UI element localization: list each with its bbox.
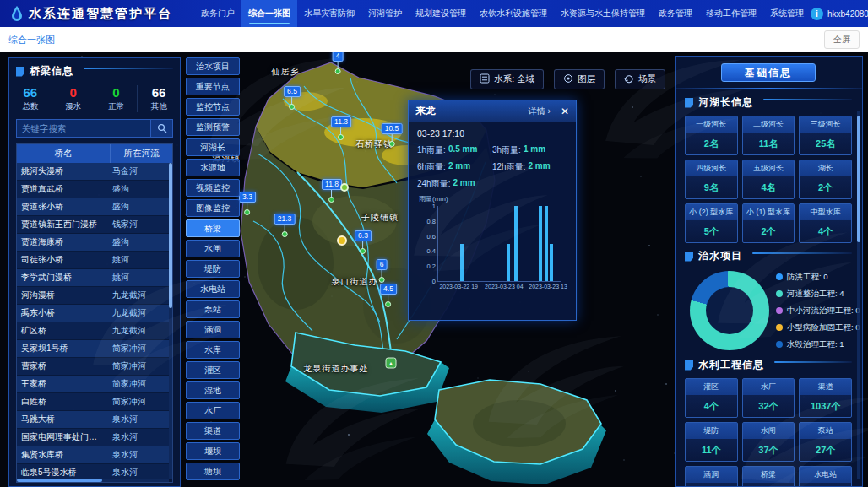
user-menu[interactable]: i hkxb42080261 ∨ [811, 8, 868, 20]
search-button[interactable] [151, 119, 173, 138]
info-card-二级河长[interactable]: 二级河长11名 [742, 116, 795, 155]
layer-item-塘坝[interactable]: 塘坝 [186, 463, 240, 480]
station-marker[interactable]: 4 [333, 51, 344, 74]
nav-item-系统管理[interactable]: 系统管理 [763, 0, 811, 27]
alert-poi-icon[interactable] [337, 235, 347, 246]
layer-item-涵洞[interactable]: 涵洞 [186, 321, 240, 338]
table-row[interactable]: 禹东小桥九龙截河 [17, 305, 169, 322]
nav-item-农饮水利设施管理[interactable]: 农饮水利设施管理 [473, 0, 554, 27]
nav-item-规划建设管理[interactable]: 规划建设管理 [409, 0, 473, 27]
info-card-五级河长[interactable]: 五级河长4名 [742, 160, 795, 199]
station-poi-icon[interactable] [340, 183, 349, 192]
table-horizontal-scrollbar[interactable] [17, 479, 169, 482]
metric-value: 1 mm [524, 144, 545, 156]
layer-item-堰坝[interactable]: 堰坝 [186, 442, 240, 460]
info-card-小 (1) 型水库[interactable]: 小 (1) 型水库2个 [742, 203, 795, 243]
info-card-涵洞[interactable]: 涵洞47个 [685, 466, 738, 487]
table-row[interactable]: 矿区桥九龙截河 [17, 322, 169, 340]
nav-item-综合一张图[interactable]: 综合一张图 [241, 0, 297, 27]
table-row[interactable]: 马跳大桥泉水河 [17, 411, 169, 429]
info-card-水厂[interactable]: 水厂32个 [742, 378, 795, 418]
breadcrumb[interactable]: 综合一张图 [8, 34, 55, 46]
info-card-水电站[interactable]: 水电站3个 [799, 466, 852, 487]
station-marker[interactable]: 21.3 [274, 214, 296, 237]
search-input[interactable] [16, 119, 151, 138]
fullscreen-button[interactable]: 全屏 [824, 30, 860, 49]
popup-details-link[interactable]: 详情 › [529, 106, 551, 117]
layer-item-视频监控[interactable]: 视频监控 [186, 179, 240, 197]
nav-item-移动工作管理[interactable]: 移动工作管理 [699, 0, 763, 27]
station-marker[interactable]: 11.8 [322, 179, 342, 203]
layer-item-泵站[interactable]: 泵站 [186, 300, 240, 318]
info-card-小 (2) 型水库[interactable]: 小 (2) 型水库5个 [685, 203, 738, 243]
nav-item-政务门户[interactable]: 政务门户 [194, 0, 241, 27]
station-marker[interactable]: 6.3 [355, 230, 372, 254]
layer-item-重要节点[interactable]: 重要节点 [186, 78, 240, 95]
layer-item-河湖长[interactable]: 河湖长 [186, 138, 240, 156]
panel-scrollbar[interactable] [857, 111, 860, 479]
info-card-四级河长[interactable]: 四级河长9名 [685, 160, 738, 199]
table-row[interactable]: 贾道镇新王西门漫桥钱家河 [17, 216, 169, 234]
info-card-堤防[interactable]: 堤防11个 [685, 422, 738, 462]
layer-item-水库[interactable]: 水库 [186, 341, 240, 359]
table-row[interactable]: 贾道海康桥盛沟 [17, 234, 169, 252]
table-vertical-scrollbar[interactable] [169, 163, 172, 479]
legend-item-小型病险加固工程: 小型病险加固工程: 0 [776, 322, 852, 333]
table-row[interactable]: 曹家桥简家冲河 [17, 358, 169, 376]
nav-item-水资源与水土保持管理[interactable]: 水资源与水土保持管理 [554, 0, 652, 27]
table-row[interactable]: 贾道张小桥盛沟 [17, 198, 169, 216]
info-card-三级河长[interactable]: 三级河长25名 [799, 116, 852, 155]
basic-info-button[interactable]: 基础信息 [721, 63, 816, 82]
info-card-渠道[interactable]: 渠道1037个 [799, 378, 852, 418]
legend-item-中小河流治理工程: 中小河流治理工程: 0 [776, 306, 852, 317]
table-row[interactable]: 吴家坝1号桥简家冲河 [17, 340, 169, 358]
table-row[interactable]: 李学武门漫桥姚河 [17, 269, 169, 287]
nav-item-河湖管护[interactable]: 河湖管护 [361, 0, 409, 27]
map-control-图层[interactable]: 图层 [554, 69, 605, 89]
layer-item-堤防[interactable]: 堤防 [186, 260, 240, 278]
station-marker[interactable]: 3.3 [239, 192, 256, 215]
river-cell: 盛沟 [108, 183, 169, 195]
chart-x-tick: 2023-03-23 13 [529, 284, 567, 289]
nav-item-政务管理[interactable]: 政务管理 [652, 0, 699, 27]
table-row[interactable]: 国家电网理事处门漫桥泉水河 [17, 429, 169, 446]
map-control-水系: 全域[interactable]: 水系: 全域 [470, 69, 544, 89]
info-card-桥梁[interactable]: 桥梁66个 [742, 466, 795, 487]
station-marker[interactable]: 6 [377, 259, 388, 283]
camera-marker-icon[interactable]: ▲ [386, 358, 397, 369]
station-marker[interactable]: 11.3 [331, 116, 351, 140]
info-card-中型水库[interactable]: 中型水库4个 [799, 203, 852, 243]
layer-item-渠道[interactable]: 渠道 [186, 422, 240, 440]
station-marker[interactable]: 4.5 [380, 284, 397, 307]
nav-item-水旱灾害防御[interactable]: 水旱灾害防御 [297, 0, 361, 27]
info-card-湖长[interactable]: 湖长2个 [799, 160, 852, 199]
layer-item-图像监控[interactable]: 图像监控 [186, 199, 240, 217]
layer-item-水厂[interactable]: 水厂 [186, 402, 240, 419]
layer-item-监控节点[interactable]: 监控节点 [186, 98, 240, 116]
close-icon[interactable]: ✕ [561, 106, 569, 117]
layer-item-湿地[interactable]: 湿地 [186, 381, 240, 399]
layer-item-水闸[interactable]: 水闸 [186, 240, 240, 257]
table-row[interactable]: 临泉5号漫水桥泉水河 [17, 464, 169, 479]
layer-item-水电站[interactable]: 水电站 [186, 280, 240, 298]
station-marker[interactable]: 10.5 [382, 123, 403, 147]
marker-value-badge: 6 [377, 259, 388, 270]
table-row[interactable]: 司徒张小桥姚河 [17, 252, 169, 269]
table-row[interactable]: 王家桥简家冲河 [17, 376, 169, 393]
info-card-灌区[interactable]: 灌区4个 [685, 378, 738, 418]
layer-item-治水项目[interactable]: 治水项目 [186, 57, 240, 75]
station-marker[interactable]: 6.5 [284, 86, 301, 110]
table-row[interactable]: 白姓桥简家冲河 [17, 393, 169, 411]
layer-item-桥梁[interactable]: 桥梁 [186, 219, 240, 237]
info-card-一级河长[interactable]: 一级河长2名 [685, 116, 738, 155]
layer-item-监测预警[interactable]: 监测预警 [186, 118, 240, 136]
table-row[interactable]: 贾道真武桥盛沟 [17, 181, 169, 198]
layer-item-水源地[interactable]: 水源地 [186, 159, 240, 176]
map-control-场景[interactable]: 场景 [615, 69, 665, 89]
info-card-泵站[interactable]: 泵站27个 [799, 422, 852, 462]
table-row[interactable]: 河沟漫桥九龙截河 [17, 287, 169, 305]
layer-item-灌区[interactable]: 灌区 [186, 361, 240, 379]
info-card-水闸[interactable]: 水闸37个 [742, 422, 795, 462]
table-row[interactable]: 姚河头漫桥马金河 [17, 163, 169, 181]
table-row[interactable]: 集贤水库桥泉水河 [17, 446, 169, 464]
